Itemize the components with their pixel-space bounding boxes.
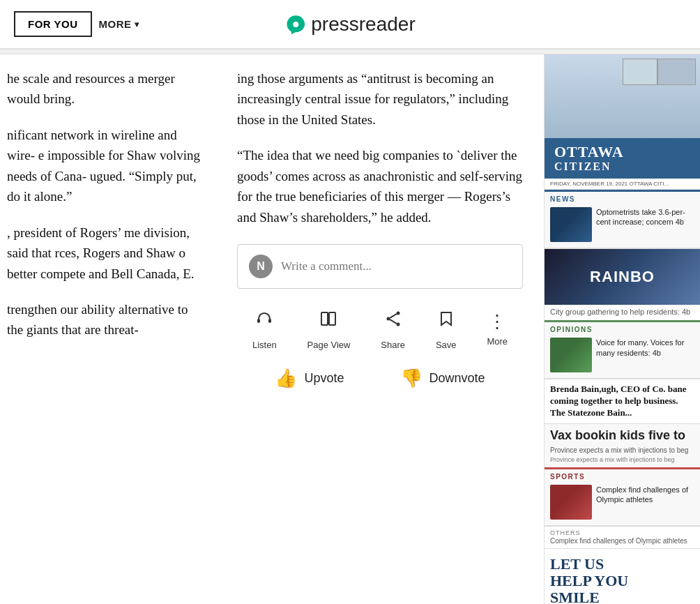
article-left-para1: he scale and resources a merger would br… bbox=[7, 68, 202, 110]
downvote-label: Downvote bbox=[429, 371, 485, 386]
news-section-label: NEWS bbox=[545, 192, 700, 204]
upvote-label: Upvote bbox=[304, 371, 344, 386]
page-view-button[interactable]: Page View bbox=[307, 310, 351, 352]
chevron-down-icon: ▾ bbox=[135, 20, 139, 29]
save-button[interactable]: Save bbox=[436, 310, 457, 352]
sidebar-right: OTTAWA CITIZEN FRIDAY, NOVEMBER 19, 2021… bbox=[544, 54, 700, 604]
ottawa-citizen-header: OTTAWA CITIZEN bbox=[545, 138, 700, 179]
sidebar-vax-section: Vax bookin kids five to Province expects… bbox=[545, 423, 700, 467]
svg-rect-2 bbox=[268, 319, 271, 323]
more-dots-icon: ⋮ bbox=[488, 313, 506, 331]
header-left: FOR YOU MORE ▾ bbox=[14, 11, 139, 37]
sports-section-label: SPORTS bbox=[545, 469, 700, 482]
downvote-button[interactable]: 👎 Downvote bbox=[400, 368, 485, 389]
bookmark-icon bbox=[437, 310, 455, 335]
sports-section-content: Complex find challenges of Olympic athle… bbox=[545, 482, 700, 526]
upvote-button[interactable]: 👍 Upvote bbox=[275, 368, 344, 389]
more-button[interactable]: ⋮ More bbox=[487, 313, 508, 349]
news-article-text: Optometrists take 3.6-per-cent increase;… bbox=[596, 207, 694, 242]
others-text: Complex find challenges of Olympic athle… bbox=[550, 536, 694, 545]
opinions-section-label: OPINIONS bbox=[545, 322, 700, 335]
sports-thumbnail bbox=[550, 485, 592, 520]
sidebar-section-opinions: OPINIONS Voice for many. Voices for many… bbox=[545, 320, 700, 379]
news-thumbnail bbox=[550, 207, 592, 242]
sidebar-section-news: NEWS Optometrists take 3.6-per-cent incr… bbox=[545, 190, 700, 248]
sidebar-newspaper-image bbox=[545, 54, 700, 138]
more-nav-button[interactable]: MORE ▾ bbox=[99, 18, 139, 30]
article-left-column: he scale and resources a merger would br… bbox=[0, 54, 216, 604]
pressreader-logo-icon bbox=[284, 13, 307, 36]
svg-line-9 bbox=[390, 319, 397, 324]
sidebar-date-line: FRIDAY, NOVEMBER 19, 2021 OTTAWA CITI... bbox=[545, 179, 700, 190]
svg-rect-1 bbox=[257, 319, 260, 323]
ad-title: LET USHELP YOUSMILE bbox=[550, 556, 694, 604]
svg-point-0 bbox=[293, 22, 298, 27]
rainbow-image: RAINBO bbox=[545, 249, 700, 305]
section-divider bbox=[0, 49, 700, 54]
share-button[interactable]: Share bbox=[381, 310, 405, 352]
article-left-para2: nificant network in wireline and wire- e… bbox=[7, 125, 202, 207]
listen-button[interactable]: Listen bbox=[252, 310, 277, 352]
share-label: Share bbox=[381, 338, 405, 352]
svg-point-6 bbox=[396, 323, 400, 326]
for-you-button[interactable]: FOR YOU bbox=[14, 11, 92, 37]
article-left-para3: , president of Rogers’ me division, said… bbox=[7, 222, 202, 284]
share-icon bbox=[384, 310, 402, 335]
more-nav-label: MORE bbox=[99, 18, 132, 30]
opinions-article-text: Voice for many. Voices for many resident… bbox=[596, 338, 694, 372]
main-layout: he scale and resources a merger would br… bbox=[0, 54, 700, 604]
sidebar-section-sports: SPORTS Complex find challenges of Olympi… bbox=[545, 467, 700, 526]
save-label: Save bbox=[436, 338, 457, 352]
article-left-para4: trengthen our ability alternative to the… bbox=[7, 299, 202, 340]
sidebar-others-section: OTHERS Complex find challenges of Olympi… bbox=[545, 526, 700, 548]
svg-rect-4 bbox=[329, 312, 335, 325]
svg-point-5 bbox=[396, 312, 400, 315]
listen-label: Listen bbox=[252, 338, 277, 352]
rainbow-body-text: City group gathering to help residents: … bbox=[545, 305, 700, 320]
pressreader-logo: pressreader bbox=[284, 13, 415, 36]
header: FOR YOU MORE ▾ pressreader bbox=[0, 0, 700, 49]
pressreader-logo-text: pressreader bbox=[311, 13, 415, 36]
vax-more-text: Province expects a mix with injections t… bbox=[550, 456, 694, 463]
comment-input[interactable] bbox=[281, 259, 511, 273]
others-label: OTHERS bbox=[550, 529, 694, 536]
article-center-para2: “The idea that we need big companies to … bbox=[237, 145, 523, 227]
vax-body-text: Province expects a mix with injections t… bbox=[550, 446, 694, 455]
vote-bar: 👍 Upvote 👎 Downvote bbox=[237, 355, 523, 396]
article-center-para1: ing those arguments as “antitrust is bec… bbox=[237, 68, 523, 130]
sidebar-rainbow-section: RAINBO City group gathering to help resi… bbox=[545, 248, 700, 320]
comment-avatar: N bbox=[249, 255, 273, 278]
svg-point-7 bbox=[386, 317, 390, 321]
svg-rect-3 bbox=[321, 312, 328, 325]
ceo-headline: Brenda Bain,ugh, CEO of Co. bane coming … bbox=[550, 384, 694, 419]
sidebar-advertisement: LET USHELP YOUSMILE 😁 CLINICS ACROSS OTT… bbox=[545, 548, 700, 604]
sidebar-ceo-article: Brenda Bain,ugh, CEO of Co. bane coming … bbox=[545, 379, 700, 423]
ottawa-text: OTTAWA bbox=[554, 144, 690, 160]
comment-box: N bbox=[237, 244, 523, 289]
svg-line-8 bbox=[390, 314, 397, 318]
opinions-section-content: Voice for many. Voices for many resident… bbox=[545, 335, 700, 379]
news-section-content: Optometrists take 3.6-per-cent increase;… bbox=[545, 204, 700, 248]
downvote-thumb-icon: 👎 bbox=[400, 368, 423, 389]
citizen-text: CITIZEN bbox=[554, 160, 690, 173]
listen-icon bbox=[255, 310, 273, 335]
upvote-thumb-icon: 👍 bbox=[275, 368, 297, 389]
sports-article-text: Complex find challenges of Olympic athle… bbox=[596, 485, 694, 520]
page-view-label: Page View bbox=[307, 338, 351, 352]
vax-headline: Vax bookin kids five to bbox=[550, 428, 694, 444]
page-view-icon bbox=[319, 310, 337, 335]
action-bar: Listen Page View bbox=[237, 303, 523, 355]
article-center-column: ing those arguments as “antitrust is bec… bbox=[216, 54, 544, 604]
more-label: More bbox=[487, 335, 508, 349]
opinions-thumbnail bbox=[550, 338, 592, 372]
